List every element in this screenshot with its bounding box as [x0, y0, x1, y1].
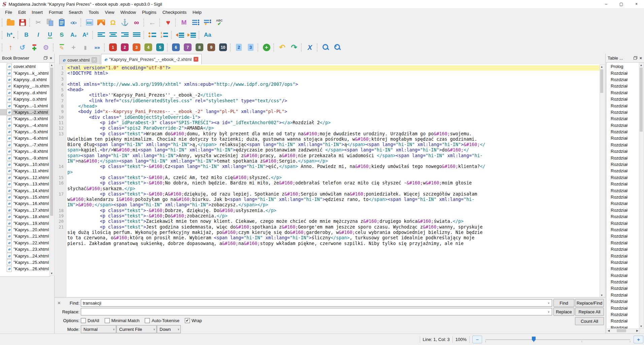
scroll-down-icon[interactable]: ▼ — [600, 293, 604, 297]
option-auto-tokenise[interactable]: Auto-Tokenise — [145, 318, 179, 323]
book-item[interactable]: e"Kaprys...14.xhtml — [0, 187, 50, 194]
direction-select[interactable]: Down ∨ — [157, 325, 181, 333]
plugin-list-1-button[interactable] — [191, 17, 201, 28]
toc-item[interactable]: Rozdział — [607, 129, 639, 135]
code-line-21[interactable]: 21 <p class="tekst">Jest godzina siedemn… — [55, 225, 600, 230]
find-toolbar-button[interactable] — [320, 42, 331, 53]
toc-item[interactable]: Rozdział — [607, 161, 639, 168]
code-line-wrap[interactable]: p> — [55, 170, 600, 175]
editor-scrollbar[interactable]: ▲ ▼ — [600, 64, 605, 298]
close-button[interactable]: × — [629, 0, 644, 8]
book-item[interactable]: e"Kaprys...-4.xhtml — [0, 122, 50, 129]
align-left-button[interactable] — [96, 30, 106, 40]
code-line-19[interactable]: 19 <p class="tekst">-&#160;Do&#160;zobac… — [55, 213, 600, 219]
code-line-15[interactable]: 15 <p class="tekst">-&#160;A, cześć Am, … — [55, 175, 600, 180]
option-minimal-match[interactable]: Minimal Match — [105, 318, 140, 323]
checkbox[interactable] — [105, 318, 110, 323]
book-item[interactable]: eKaprysy...d.xhtml — [0, 90, 50, 96]
checkbox[interactable] — [81, 318, 86, 323]
toc-item[interactable]: Rozdział — [607, 266, 639, 272]
code-line-18[interactable]: 18 <p class="tekst">-&#160;Dobrze, dzięk… — [55, 208, 600, 213]
mode-select[interactable]: Normal ∨ — [81, 325, 116, 333]
plugin-mail-button[interactable]: M — [179, 17, 189, 28]
toc-item[interactable]: Rozdział — [607, 305, 639, 311]
toc-item[interactable]: Rozdział — [607, 96, 639, 102]
plugin-2-button[interactable]: 2 — [120, 42, 130, 53]
spellcheck-button[interactable]: ABC — [214, 17, 225, 28]
toc-item[interactable]: Rozdział — [607, 311, 639, 318]
toc-item[interactable]: Rozdział — [607, 272, 639, 279]
tab-close-icon[interactable]: × — [194, 57, 198, 62]
anchor-button[interactable]: ⚓ — [120, 17, 130, 28]
toc-item[interactable]: Rozdział — [607, 220, 639, 226]
book-item[interactable]: e"Kaprys...22.xhtml — [0, 240, 50, 246]
replace-find-button[interactable]: Replace/Find — [575, 299, 604, 307]
code-line-6[interactable]: 6 <title>''Kaprysy_Pani_Prezes''_-_ebook… — [55, 93, 600, 98]
toc-item[interactable]: Rozdział — [607, 115, 639, 122]
replace-input[interactable]: ∨ — [81, 308, 552, 315]
indent-button[interactable] — [187, 30, 197, 40]
scroll-down-icon[interactable]: ▼ — [50, 271, 54, 275]
book-item[interactable]: e"Kaprys...-9.xhtml — [0, 154, 50, 161]
save-button[interactable] — [17, 17, 28, 28]
toc-item[interactable]: Rozdział — [607, 135, 639, 141]
insert-file-button[interactable] — [84, 17, 95, 28]
code-line-13[interactable]: 13 <p class="tekst">Wracam do&#160;domu,… — [55, 131, 600, 137]
cut-button[interactable]: ✂ — [33, 17, 43, 28]
plugin-list-2-button[interactable] — [202, 17, 213, 28]
zoom-slider[interactable] — [485, 336, 630, 343]
book-item[interactable]: e"Kaprys...26.xhtml — [0, 266, 50, 272]
toc-item[interactable]: Rozdział — [607, 207, 639, 213]
code-line-wrap[interactable]: piersi. Zakładam granatową sukienkę, dob… — [55, 241, 600, 246]
plugin-8-button[interactable]: 8 — [194, 42, 205, 53]
option-dotall[interactable]: DotAll — [81, 318, 99, 323]
italic-button[interactable]: I — [33, 30, 43, 40]
tab-cover[interactable]: e cover.xhtml × — [59, 55, 100, 64]
minimize-button[interactable]: – — [599, 0, 614, 8]
toc-item[interactable]: Rozdział — [607, 168, 639, 174]
book-item[interactable]: e"Kaprys...12.xhtml — [0, 174, 50, 181]
book-item[interactable]: e"Kaprys...-2.xhtml — [0, 109, 50, 115]
menu-format[interactable]: Format — [46, 9, 66, 16]
code-content[interactable]: 1<?xml version="1.0" encoding="utf-8"?>2… — [55, 65, 600, 246]
scroll-left-icon[interactable]: ◀ — [607, 329, 611, 333]
xhtml-check-button[interactable]: X — [305, 42, 315, 53]
settings-button[interactable]: ⚙ — [41, 42, 51, 53]
code-line-wrap[interactable]: Uwielbiam ten piękny minimalizm. Chociaż… — [55, 137, 600, 142]
float-panel-icon[interactable] — [44, 56, 47, 60]
zoom-out-button[interactable]: − — [472, 336, 482, 343]
code-line-1[interactable]: 1<?xml version="1.0" encoding="utf-8"?> — [55, 65, 600, 71]
code-line-wrap[interactable]: się dużą ilością perfum. Wykonuję perfek… — [55, 230, 600, 235]
menu-window[interactable]: Window — [117, 9, 139, 16]
back-button[interactable]: ← — [147, 17, 158, 28]
toc-item[interactable]: Rozdział — [607, 122, 639, 129]
menu-help[interactable]: Help — [190, 9, 205, 16]
toc-item[interactable]: Rozdział — [607, 233, 639, 239]
float-panel-icon[interactable] — [634, 56, 637, 60]
bold-button[interactable]: B — [21, 30, 32, 40]
toc-item[interactable]: Rozdział — [607, 142, 639, 148]
toc-item[interactable]: Rozdział — [607, 70, 639, 76]
book-item[interactable]: e"Kaprys...-5.xhtml — [0, 129, 50, 135]
toc-item[interactable]: Rozdział — [607, 298, 639, 305]
book-item[interactable]: e"Kaprys...15.xhtml — [0, 194, 50, 200]
plugin-7-button[interactable]: 7 — [182, 42, 193, 53]
toc-item[interactable]: Rozdział — [607, 109, 639, 115]
code-editor[interactable]: 1<?xml version="1.0" encoding="utf-8"?>2… — [55, 64, 605, 298]
toc-item[interactable]: Rozdział — [607, 181, 639, 187]
toc-item[interactable]: Rozdział — [607, 318, 639, 324]
book-item[interactable]: e"Kaprys...19.xhtml — [0, 220, 50, 226]
scrollbar-thumb[interactable] — [617, 329, 626, 332]
code-line-wrap[interactable]: słychać&#160;sarkazm.</p> — [55, 186, 600, 192]
code-line-20[interactable]: 20 <p class="tekst">Zaciekawił mnie ten … — [55, 219, 600, 224]
find-button[interactable]: Find — [553, 299, 574, 307]
book-item[interactable]: eKaprysy...d.xhtml — [0, 76, 50, 83]
epub3-button[interactable]: 3 — [245, 42, 256, 53]
chevron-down-icon[interactable]: ∨ — [546, 308, 551, 315]
code-line-wrap[interactable]: span>kąpiel.<br/>W&#160;mi<span lang="hi… — [55, 147, 600, 153]
code-line-4[interactable]: 4<html xmlns="http://www.w3.org/1999/xht… — [55, 82, 600, 87]
code-line-17[interactable]: 17 <p class="tekst">-&#160;A&#160;dzięku… — [55, 192, 600, 197]
book-item[interactable]: e"Kaprys...-7.xhtml — [0, 142, 50, 148]
toc-horizontal-scrollbar[interactable]: ◀ ▶ — [606, 329, 640, 334]
numbered-list-button[interactable] — [159, 30, 169, 40]
